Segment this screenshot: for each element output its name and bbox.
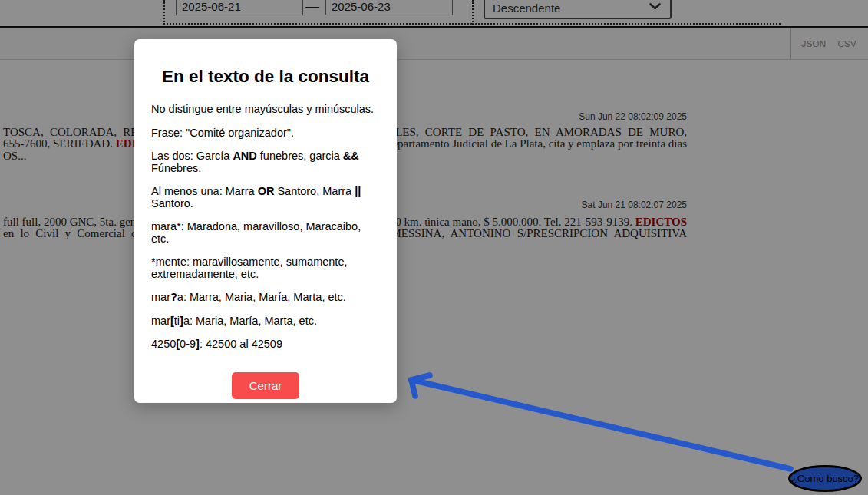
help-paragraph: mar?a: Marra, Maria, María, Marta, etc. (151, 292, 380, 304)
help-paragraph: No distingue entre mayúsculas y minúscul… (151, 104, 380, 116)
help-paragraph: mar[ti]a: Maria, María, Marta, etc. (151, 315, 380, 328)
help-paragraph: Las dos: García AND funebres, garcia && … (151, 150, 380, 174)
help-paragraph: *mente: maravillosamente, sumamente, ext… (151, 256, 380, 280)
help-paragraph: mara*: Maradona, maravilloso, Maracaibo,… (151, 221, 380, 245)
modal-title: En el texto de la consulta (151, 67, 380, 87)
help-paragraph: Al menos una: Marra OR Santoro, Marra ||… (151, 186, 380, 210)
search-help-modal: En el texto de la consulta No distingue … (134, 39, 397, 403)
help-paragraph: Frase: "Comité organizador". (151, 127, 380, 140)
help-paragraph: 4250[0-9]: 42500 al 42509 (151, 338, 380, 351)
close-button[interactable]: Cerrar (232, 372, 300, 399)
como-busco-button[interactable]: ¿Como busco? (788, 465, 862, 492)
modal-backdrop[interactable] (0, 0, 868, 495)
